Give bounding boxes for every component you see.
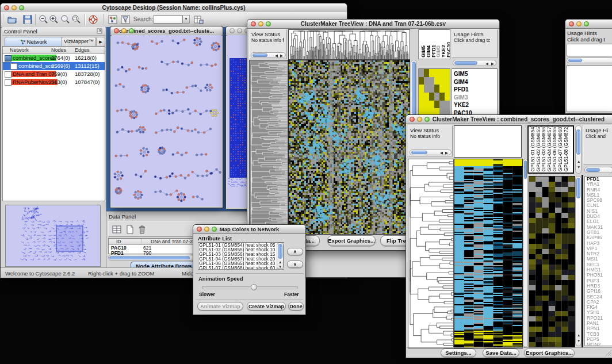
import-table-icon[interactable]: [193, 14, 204, 25]
zoom-window-icon[interactable]: [424, 117, 430, 122]
save-icon[interactable]: [22, 14, 33, 25]
window-controls[interactable]: [4, 5, 24, 10]
attribute-list-item[interactable]: GPL51-07 (GSM868) heat shock 60 min: [199, 266, 283, 270]
usage-hints-hscroll-thumb[interactable]: [454, 61, 477, 65]
global-heatmap-vscrollbar[interactable]: [523, 159, 528, 347]
column-dendrogram[interactable]: [288, 29, 410, 60]
open-icon[interactable]: [7, 14, 17, 25]
scroll-down-icon[interactable]: ▼: [278, 265, 282, 269]
column-labels-vscrollbar[interactable]: ▲ ▼: [575, 125, 582, 174]
trash-icon[interactable]: [137, 224, 147, 235]
filter-icon[interactable]: [120, 14, 131, 25]
help-ring-icon[interactable]: [88, 14, 98, 25]
close-icon[interactable]: [4, 5, 9, 10]
treeview-2-titlebar[interactable]: ClusterMaker TreeView : combined_scores_…: [406, 115, 612, 124]
view-status-hscrollbar[interactable]: ◀ ▶: [251, 52, 286, 58]
network-list-row[interactable]: combined_scores2764(0)16218(0): [3, 54, 105, 62]
zoom-window-icon[interactable]: [212, 227, 217, 232]
zoom-window-icon[interactable]: [129, 28, 134, 33]
close-icon[interactable]: [569, 21, 574, 26]
minimize-icon[interactable]: [258, 21, 263, 26]
data-panel-hscroll-thumb[interactable]: [109, 256, 190, 259]
scroll-down-icon[interactable]: ▼: [577, 339, 580, 343]
minimize-icon[interactable]: [121, 28, 127, 33]
zoom-heatmap[interactable]: [529, 176, 575, 347]
minimize-icon[interactable]: [417, 117, 422, 122]
scroll-up-icon[interactable]: ▲: [577, 159, 580, 164]
slider-thumb[interactable]: [251, 284, 257, 290]
usage-hints-hscrollbar[interactable]: [584, 167, 612, 173]
attribute-list-item[interactable]: GPL51-04 (GSM857) heat shock 20 min: [199, 256, 283, 261]
scroll-up-icon[interactable]: ▲: [278, 260, 282, 265]
export-graphics-button[interactable]: Export Graphics...: [524, 348, 575, 357]
scroll-up-icon[interactable]: ▲: [577, 333, 580, 338]
view-status-hscroll-thumb[interactable]: [411, 151, 427, 154]
attribute-list-vscroll-thumb[interactable]: [278, 244, 282, 259]
network-canvas[interactable]: [112, 35, 221, 206]
minimize-icon[interactable]: [237, 28, 242, 33]
zoom-selected-icon[interactable]: [71, 14, 82, 25]
tab-vizmapper[interactable]: VizMapper™: [62, 37, 96, 47]
scroll-right-icon[interactable]: ▶: [280, 53, 283, 58]
network-list-row[interactable]: DNA and Tran 07769(0)183728(0): [3, 70, 105, 78]
zoom-heatmap-matrix[interactable]: [419, 69, 450, 116]
global-heatmap-vscroll-thumb[interactable]: [524, 160, 527, 179]
move-down-button[interactable]: ∨: [287, 260, 303, 268]
close-icon[interactable]: [251, 21, 256, 26]
network-list-row[interactable]: RNAPuberNov2+I563(0)107847(0): [3, 78, 105, 86]
dialog-titlebar[interactable]: Map Colors to Network: [193, 225, 305, 234]
network-view-titlebar[interactable]: combined_scores_good.txt--cluste...: [110, 26, 223, 36]
zoom-heatmap-vscroll-thumb[interactable]: [576, 178, 580, 198]
minimize-icon[interactable]: [204, 227, 209, 232]
column-labels-vscroll-thumb[interactable]: [576, 129, 580, 155]
treeview-1-titlebar[interactable]: ClusterMaker TreeView : DNA and Tran 07-…: [247, 20, 499, 29]
cytoscape-titlebar[interactable]: Cytoscape Desktop (Session Name: collins…: [1, 3, 347, 13]
minimize-icon[interactable]: [576, 21, 582, 26]
zoom-window-icon[interactable]: [19, 5, 24, 10]
attribute-list-item[interactable]: GPL51-01 (GSM854) heat shock 05 min: [199, 243, 283, 247]
fragment-hscrollbar[interactable]: [567, 58, 612, 63]
column-dendrogram-area[interactable]: [454, 125, 522, 158]
attribute-list[interactable]: GPL51-01 (GSM854) heat shock 05 minGPL51…: [198, 242, 284, 270]
done-button[interactable]: Done: [288, 302, 304, 311]
close-icon[interactable]: [114, 28, 119, 33]
animation-speed-slider[interactable]: [202, 286, 298, 289]
attribute-list-item[interactable]: GPL51-03 (GSM856) heat shock 15 min: [199, 252, 283, 256]
attribute-list-item[interactable]: GPL51-02 (GSM855) heat shock 10 min: [199, 247, 283, 252]
fragment-hscroll-thumb[interactable]: [568, 59, 582, 62]
scroll-right-icon[interactable]: ▶: [445, 151, 448, 155]
move-up-button[interactable]: ∧: [287, 248, 303, 255]
scroll-left-icon[interactable]: ◀: [275, 53, 278, 58]
zoom-window-icon[interactable]: [584, 21, 589, 26]
tab-network[interactable]: Network: [5, 37, 62, 47]
attribute-list-vscrollbar[interactable]: ▲ ▼: [277, 243, 284, 269]
zoom-out-icon[interactable]: [39, 14, 49, 25]
export-graphics-button[interactable]: Export Graphics...: [327, 235, 376, 246]
row-dendrogram[interactable]: [408, 159, 454, 348]
resize-grip-icon[interactable]: [605, 350, 612, 357]
network-overview-icon[interactable]: [108, 14, 118, 25]
view-status-hscroll-thumb[interactable]: [253, 53, 267, 57]
scroll-left-icon[interactable]: ◀: [440, 151, 443, 155]
tab-overflow-button[interactable]: ▶: [96, 37, 105, 47]
zoom-window-icon[interactable]: [266, 21, 271, 26]
close-icon[interactable]: [197, 227, 202, 232]
network-list-row[interactable]: combined_sco2569(6)13112(15): [3, 62, 105, 70]
minimize-icon[interactable]: [12, 5, 17, 10]
scroll-left-icon[interactable]: ◀: [485, 62, 488, 66]
zoom-in-icon[interactable]: [49, 14, 59, 25]
global-heatmap[interactable]: [288, 60, 410, 235]
data-panel-hscrollbar[interactable]: [108, 255, 194, 260]
table-icon[interactable]: [112, 224, 122, 235]
new-document-icon[interactable]: [125, 224, 135, 235]
attribute-list-item[interactable]: GPL51-06 (GSM865) heat shock 40 min: [199, 261, 283, 266]
search-input[interactable]: [154, 15, 182, 24]
search-dropdown-button[interactable]: ▼: [182, 15, 190, 24]
zoom-heatmap-vscrollbar[interactable]: ▲ ▼: [575, 176, 582, 346]
usage-hints-hscroll-thumb[interactable]: [586, 168, 600, 172]
row-dendrogram[interactable]: [249, 60, 288, 235]
animate-vizmap-button[interactable]: Animate Vizmap: [197, 302, 243, 311]
close-icon[interactable]: [230, 28, 235, 33]
settings-button[interactable]: Settings...: [441, 348, 476, 357]
float-panel-icon[interactable]: [97, 28, 102, 34]
